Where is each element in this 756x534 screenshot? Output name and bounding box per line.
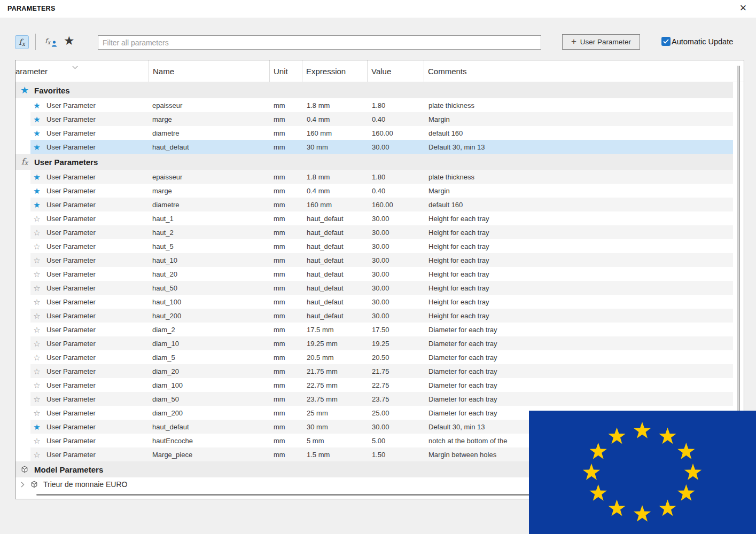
table-row[interactable]: ☆User Parameterdiam_100mm22.75 mm22.75Di… xyxy=(15,378,733,392)
star-icon[interactable]: ☆ xyxy=(33,284,41,292)
table-row[interactable]: ★User Parameterepaisseurmm1.8 mm1.80plat… xyxy=(15,98,733,112)
comment-cell[interactable]: Margin xyxy=(424,115,733,123)
expression-cell[interactable]: haut_defaut xyxy=(302,298,368,306)
table-row[interactable]: ☆User Parameterhaut_100mmhaut_defaut30.0… xyxy=(15,295,733,309)
table-row[interactable]: ★User Parameterepaisseurmm1.8 mm1.80plat… xyxy=(15,170,733,184)
filter-input[interactable] xyxy=(98,35,541,50)
expression-cell[interactable]: haut_defaut xyxy=(302,256,368,264)
name-cell[interactable]: haut_1 xyxy=(149,215,270,223)
comment-cell[interactable]: Height for each tray xyxy=(424,284,733,292)
expression-cell[interactable]: haut_defaut xyxy=(302,270,368,278)
expression-cell[interactable]: haut_defaut xyxy=(302,242,368,250)
comment-cell[interactable]: Margin xyxy=(424,187,733,195)
name-cell[interactable]: marge xyxy=(149,187,270,195)
table-row[interactable]: ☆User Parameterdiam_2mm17.5 mm17.50Diame… xyxy=(15,323,733,336)
expression-cell[interactable]: 21.75 mm xyxy=(302,367,368,375)
expression-cell[interactable]: 5 mm xyxy=(302,437,368,445)
show-favorites-button[interactable]: ★ xyxy=(64,33,75,49)
comment-cell[interactable]: Height for each tray xyxy=(424,298,733,306)
table-row[interactable]: ☆User Parameterhaut_20mmhaut_defaut30.00… xyxy=(15,267,733,281)
name-cell[interactable]: haut_2 xyxy=(149,229,270,237)
expression-cell[interactable]: haut_defaut xyxy=(302,229,368,237)
comment-cell[interactable]: Height for each tray xyxy=(424,270,733,278)
table-row[interactable]: ★User Parameterdiametremm160 mm160.00def… xyxy=(15,126,733,140)
comment-cell[interactable]: Diameter for each tray xyxy=(424,326,733,334)
expression-cell[interactable]: 30 mm xyxy=(302,423,368,431)
expression-cell[interactable]: 1.8 mm xyxy=(302,173,368,181)
expression-cell[interactable]: 22.75 mm xyxy=(302,381,368,389)
show-all-parameters-button[interactable]: fx xyxy=(15,35,29,49)
table-row[interactable]: ☆User Parameterdiam_50mm23.75 mm23.75Dia… xyxy=(15,392,733,406)
star-icon[interactable]: ★ xyxy=(33,187,41,195)
comment-cell[interactable]: Default 30, min 13 xyxy=(424,143,733,151)
name-cell[interactable]: hautEncoche xyxy=(149,437,270,445)
section-header-user-parameters[interactable]: fxUser Parameters xyxy=(15,154,733,170)
star-icon[interactable]: ☆ xyxy=(33,354,41,362)
column-header-value[interactable]: Value xyxy=(368,60,424,82)
column-header-unit[interactable]: Unit xyxy=(270,60,302,82)
comment-cell[interactable]: Height for each tray xyxy=(424,229,733,237)
star-icon[interactable]: ☆ xyxy=(33,437,41,445)
star-icon[interactable]: ☆ xyxy=(33,312,41,320)
comment-cell[interactable]: Height for each tray xyxy=(424,312,733,320)
star-icon[interactable]: ☆ xyxy=(33,340,41,348)
name-cell[interactable]: diametre xyxy=(149,129,270,137)
table-row[interactable]: ☆User Parameterhaut_2mmhaut_defaut30.00H… xyxy=(15,225,733,239)
table-row[interactable]: ☆User Parameterhaut_5mmhaut_defaut30.00H… xyxy=(15,239,733,253)
expression-cell[interactable]: 0.4 mm xyxy=(302,115,368,123)
expression-cell[interactable]: 20.5 mm xyxy=(302,354,368,362)
expand-chevron-icon[interactable] xyxy=(21,482,25,488)
name-cell[interactable]: haut_defaut xyxy=(149,423,270,431)
comment-cell[interactable]: Diameter for each tray xyxy=(424,367,733,375)
comment-cell[interactable]: Diameter for each tray xyxy=(424,395,733,403)
name-cell[interactable]: diam_10 xyxy=(149,340,270,348)
star-icon[interactable]: ☆ xyxy=(33,242,41,250)
expression-cell[interactable]: 17.5 mm xyxy=(302,326,368,334)
star-icon[interactable]: ★ xyxy=(33,423,41,431)
section-header-favorites[interactable]: ★Favorites xyxy=(15,82,733,98)
column-header-arameter[interactable]: arameter xyxy=(15,60,149,82)
name-cell[interactable]: diametre xyxy=(149,201,270,209)
table-row[interactable]: ☆User Parameterdiam_20mm21.75 mm21.75Dia… xyxy=(15,364,733,378)
expression-cell[interactable]: 0.4 mm xyxy=(302,187,368,195)
name-cell[interactable]: diam_2 xyxy=(149,326,270,334)
star-icon[interactable]: ☆ xyxy=(33,409,41,417)
expression-cell[interactable]: 160 mm xyxy=(302,129,368,137)
comment-cell[interactable]: Height for each tray xyxy=(424,256,733,264)
close-icon[interactable]: × xyxy=(736,1,751,15)
table-row[interactable]: ★User Parametermargemm0.4 mm0.40Margin xyxy=(15,112,733,126)
show-user-parameters-button[interactable]: fx xyxy=(45,35,61,49)
comment-cell[interactable]: Height for each tray xyxy=(424,215,733,223)
column-header-comments[interactable]: Comments xyxy=(424,60,744,82)
table-row[interactable]: ★User Parameterdiametremm160 mm160.00def… xyxy=(15,198,733,211)
expression-cell[interactable]: 25 mm xyxy=(302,409,368,417)
name-cell[interactable]: haut_100 xyxy=(149,298,270,306)
name-cell[interactable]: diam_5 xyxy=(149,354,270,362)
table-row[interactable]: ☆User Parameterhaut_200mmhaut_defaut30.0… xyxy=(15,309,733,323)
expression-cell[interactable]: 160 mm xyxy=(302,201,368,209)
comment-cell[interactable]: Diameter for each tray xyxy=(424,381,733,389)
column-header-expression[interactable]: Expression xyxy=(302,60,368,82)
name-cell[interactable]: epaisseur xyxy=(149,101,270,109)
expression-cell[interactable]: haut_defaut xyxy=(302,284,368,292)
expression-cell[interactable]: 23.75 mm xyxy=(302,395,368,403)
star-icon[interactable]: ★ xyxy=(33,115,41,123)
comment-cell[interactable]: Diameter for each tray xyxy=(424,354,733,362)
comment-cell[interactable]: plate thickness xyxy=(424,173,733,181)
star-icon[interactable]: ☆ xyxy=(33,229,41,237)
star-icon[interactable]: ☆ xyxy=(33,451,41,459)
star-icon[interactable]: ★ xyxy=(33,101,41,109)
name-cell[interactable]: diam_50 xyxy=(149,395,270,403)
name-cell[interactable]: marge xyxy=(149,115,270,123)
expression-cell[interactable]: 1.8 mm xyxy=(302,101,368,109)
table-row[interactable]: ★User Parametermargemm0.4 mm0.40Margin xyxy=(15,184,733,198)
star-icon[interactable]: ☆ xyxy=(33,298,41,306)
table-row[interactable]: ★User Parameterhaut_defautmm30 mm30.00De… xyxy=(15,140,733,154)
name-cell[interactable]: haut_5 xyxy=(149,242,270,250)
comment-cell[interactable]: Height for each tray xyxy=(424,242,733,250)
star-icon[interactable]: ☆ xyxy=(33,381,41,389)
name-cell[interactable]: haut_50 xyxy=(149,284,270,292)
name-cell[interactable]: haut_20 xyxy=(149,270,270,278)
comment-cell[interactable]: Diameter for each tray xyxy=(424,340,733,348)
table-row[interactable]: ☆User Parameterhaut_1mmhaut_defaut30.00H… xyxy=(15,211,733,225)
